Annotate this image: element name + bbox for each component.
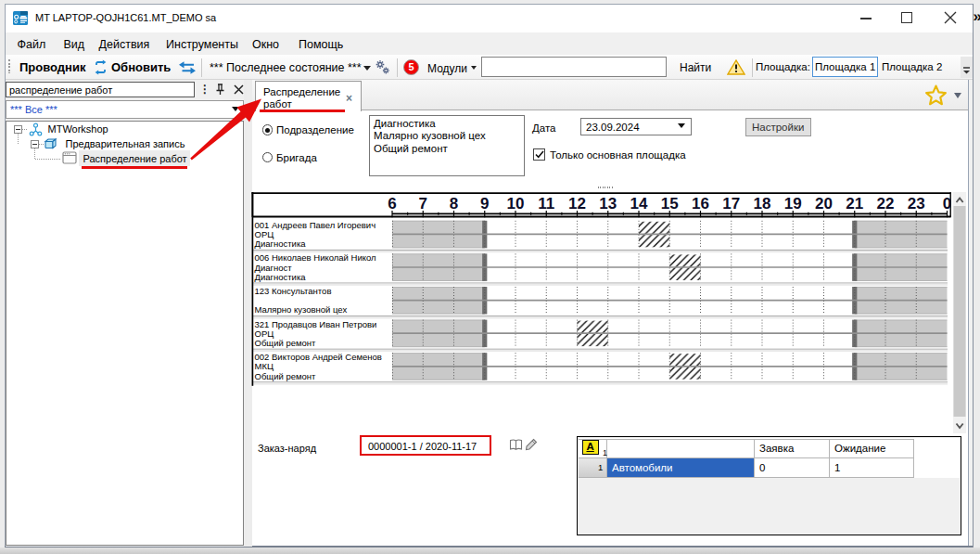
svg-text:17: 17 (722, 195, 740, 213)
svg-text:123 Консультантов: 123 Консультантов (255, 286, 332, 296)
svg-text:002 Викторов Андрей Семенов: 002 Викторов Андрей Семенов (255, 352, 382, 362)
svg-text:11: 11 (538, 195, 554, 213)
svg-text:12: 12 (568, 195, 586, 213)
svg-text:6: 6 (388, 195, 396, 213)
svg-text:22: 22 (877, 195, 895, 213)
svg-text:0: 0 (943, 195, 951, 213)
svg-text:Общий ремонт: Общий ремонт (255, 338, 317, 348)
svg-text:Диагностика: Диагностика (255, 272, 307, 282)
svg-text:10: 10 (507, 195, 525, 213)
svg-text:19: 19 (784, 195, 802, 213)
svg-text:7: 7 (419, 195, 427, 213)
svg-text:18: 18 (754, 195, 771, 213)
svg-text:16: 16 (692, 195, 709, 213)
svg-text:9: 9 (480, 195, 489, 213)
svg-text:21: 21 (846, 195, 863, 213)
svg-text:Малярно кузовной цех: Малярно кузовной цех (255, 304, 348, 315)
svg-text:Общий ремонт: Общий ремонт (255, 371, 317, 381)
svg-text:13: 13 (599, 195, 617, 213)
svg-text:14: 14 (630, 195, 648, 213)
svg-text:Диагностика: Диагностика (255, 238, 307, 249)
svg-text:20: 20 (815, 195, 833, 213)
svg-text:8: 8 (450, 195, 458, 213)
svg-text:15: 15 (661, 195, 679, 213)
svg-text:23: 23 (908, 195, 925, 213)
